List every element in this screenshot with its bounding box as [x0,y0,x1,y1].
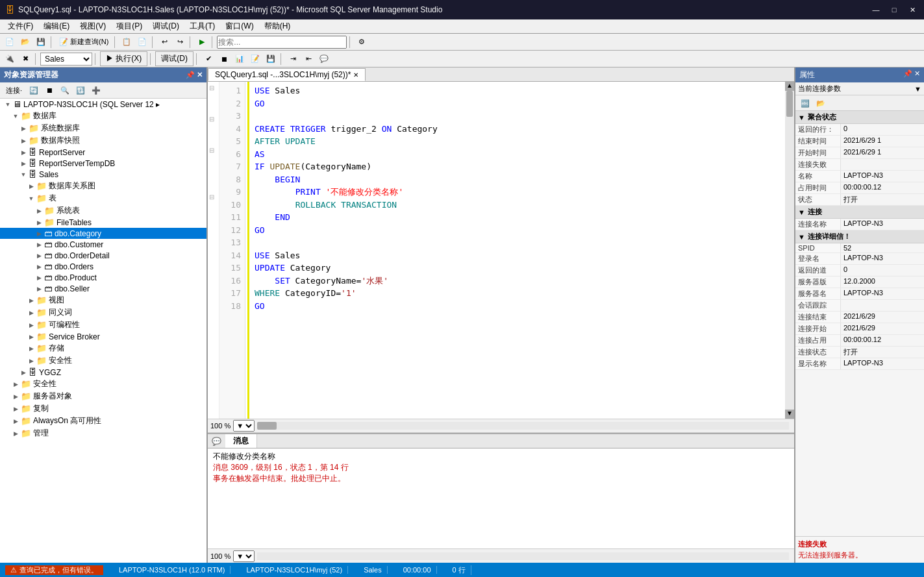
expand-icon[interactable]: ▶ [10,393,21,400]
tree-item-db-snapshot[interactable]: ▶ 📁 数据库快照 [0,134,206,147]
tree-item-diagrams[interactable]: ▶ 📁 数据库关系图 [0,180,206,192]
oe-filter-icon[interactable]: 🔍 [58,84,72,97]
oe-connect-button[interactable]: 连接· [3,84,25,97]
expand-icon[interactable]: ▶ [34,219,44,226]
menu-project[interactable]: 项目(P) [111,19,147,33]
expand-icon[interactable]: ▶ [26,183,36,190]
expand-icon[interactable]: ▶ [34,230,44,237]
tree-item-server-objects[interactable]: ▶ 📁 服务器对象 [0,390,206,402]
settings-icon[interactable]: ⚙ [355,36,369,49]
tree-item-reportserver[interactable]: ▶ 🗄 ReportServer [0,147,206,158]
indent-icon[interactable]: ⇥ [286,53,300,66]
new-query-icon[interactable]: 📄 [3,36,17,49]
expand-icon[interactable]: ▼ [26,195,36,202]
tree-item-synonyms[interactable]: ▶ 📁 同义词 [0,306,206,319]
tree-item-management[interactable]: ▶ 📁 管理 [0,427,206,439]
prop-section-aggregate[interactable]: ▼ 聚合状态 [795,111,924,124]
expand-icon[interactable]: ▶ [26,310,36,316]
tree-item-dbo-seller[interactable]: ▶ 🗃 dbo.Seller [0,283,206,294]
database-selector[interactable]: Sales [40,53,92,66]
tree-item-storage[interactable]: ▶ 📁 存储 [0,342,206,354]
maximize-button[interactable]: □ [888,3,901,16]
undo-icon[interactable]: ↩ [157,36,171,49]
oe-refresh-icon[interactable]: 🔄 [27,84,41,97]
expand-icon[interactable]: ▶ [26,334,36,340]
minimize-button[interactable]: — [869,3,882,16]
oe-stop-icon[interactable]: ⏹ [42,84,56,97]
results-text-icon[interactable]: 📝 [248,53,262,66]
code-content[interactable]: USE Sales GO CREATE TRIGGER trigger_2 ON… [249,82,785,419]
close-button[interactable]: ✕ [906,3,919,16]
expand-icon[interactable]: ▶ [10,381,21,387]
expand-icon[interactable]: ▶ [34,264,44,270]
search-input[interactable] [217,36,347,49]
expand-icon[interactable]: ▼ [3,101,13,108]
prop-category-icon[interactable]: 📂 [814,97,828,110]
tree-item-alwayson[interactable]: ▶ 📁 AlwaysOn 高可用性 [0,415,206,427]
sql-editor[interactable]: ⊟ ⊟ ⊟ ⊟ 123 456 789 101112 131415 161718… [208,82,794,419]
expand-icon[interactable]: ▼ [10,113,21,119]
stop-icon[interactable]: ⏹ [217,53,231,66]
expand-icon[interactable]: ▶ [18,149,29,156]
menu-view[interactable]: 视图(V) [75,19,111,33]
scroll-up-icon[interactable]: ▲ [785,82,794,91]
tree-item-system-db[interactable]: ▶ 📁 系统数据库 [0,122,206,134]
tree-item-replication[interactable]: ▶ 📁 复制 [0,402,206,415]
tree-item-dbo-product[interactable]: ▶ 🗃 dbo.Product [0,272,206,283]
new-query-button[interactable]: 📝 新建查询(N) [56,36,112,49]
paste-icon[interactable]: 📄 [135,36,149,49]
tree-item-yggz[interactable]: ▶ 🗄 YGGZ [0,367,206,378]
execute-button[interactable]: ▶ 执行(X) [100,51,147,66]
scroll-down-icon[interactable]: ▼ [785,410,794,419]
expand-icon[interactable]: ▶ [18,369,29,376]
prop-section-details[interactable]: ▼ 连接详细信！ [795,230,924,243]
messages-tab[interactable]: 消息 [225,434,257,448]
tree-item-security-root[interactable]: ▶ 📁 安全性 [0,378,206,390]
redo-icon[interactable]: ↪ [173,36,187,49]
connect-icon[interactable]: 🔌 [3,53,17,66]
tab-close-icon[interactable]: ✕ [353,71,358,79]
results-icon[interactable]: 📊 [232,53,247,66]
expand-icon[interactable]: ▶ [26,322,36,328]
tree-item-reportservertempdb[interactable]: ▶ 🗄 ReportServerTempDB [0,158,206,169]
expand-icon[interactable]: ▶ [34,208,44,214]
menu-help[interactable]: 帮助(H) [259,19,296,33]
tree-item-service-broker[interactable]: ▶ 📁 Service Broker [0,331,206,342]
server-node[interactable]: ▼ 🖥 LAPTOP-N3SLOC1H (SQL Server 12 ▸ [0,99,206,110]
expand-icon[interactable]: ▶ [34,241,44,248]
editor-scrollbar[interactable]: ▲ ▼ [785,82,794,419]
expand-icon[interactable]: ▶ [26,358,36,364]
expand-icon[interactable]: ▶ [34,275,44,281]
window-controls[interactable]: — □ ✕ [869,3,919,16]
expand-icon[interactable]: ▶ [18,160,29,167]
parse-icon[interactable]: ✔ [201,53,216,66]
messages-zoom-selector[interactable]: ▼ [233,550,255,562]
messages-h-scrollbar[interactable] [257,552,789,560]
tree-item-dbo-orderdetail[interactable]: ▶ 🗃 dbo.OrderDetail [0,250,206,261]
expand-icon[interactable]: ▶ [26,297,36,304]
debug-button[interactable]: 调试(D) [155,51,194,66]
expand-icon[interactable]: ▶ [18,138,29,144]
expand-icon[interactable]: ▶ [34,286,44,292]
results-file-icon[interactable]: 💾 [264,53,278,66]
oe-sync-icon[interactable]: 🔃 [73,84,88,97]
tree-item-security-sales[interactable]: ▶ 📁 安全性 [0,354,206,367]
oe-new-icon[interactable]: ➕ [89,84,103,97]
menu-edit[interactable]: 编辑(E) [38,19,75,33]
menu-file[interactable]: 文件(F) [3,19,38,33]
scroll-track[interactable] [785,91,794,410]
tab-sqlquery1[interactable]: SQLQuery1.sql -...3SLOC1H\myj (52))* ✕ [208,68,366,81]
h-scrollbar[interactable] [257,422,789,430]
expand-icon[interactable]: ▶ [18,125,29,132]
comment-icon[interactable]: 💬 [317,53,331,66]
menu-tools[interactable]: 工具(T) [184,19,220,33]
menu-debug[interactable]: 调试(D) [147,19,184,33]
expand-icon[interactable]: ▶ [10,418,21,424]
prop-sort-icon[interactable]: 🔤 [798,97,812,110]
expand-icon[interactable]: ▼ [18,171,29,178]
scroll-thumb[interactable] [786,91,793,117]
save-icon[interactable]: 💾 [34,36,48,49]
expand-icon[interactable]: ▶ [34,252,44,259]
run-icon[interactable]: ▶ [195,36,209,49]
menu-window[interactable]: 窗口(W) [220,19,258,33]
